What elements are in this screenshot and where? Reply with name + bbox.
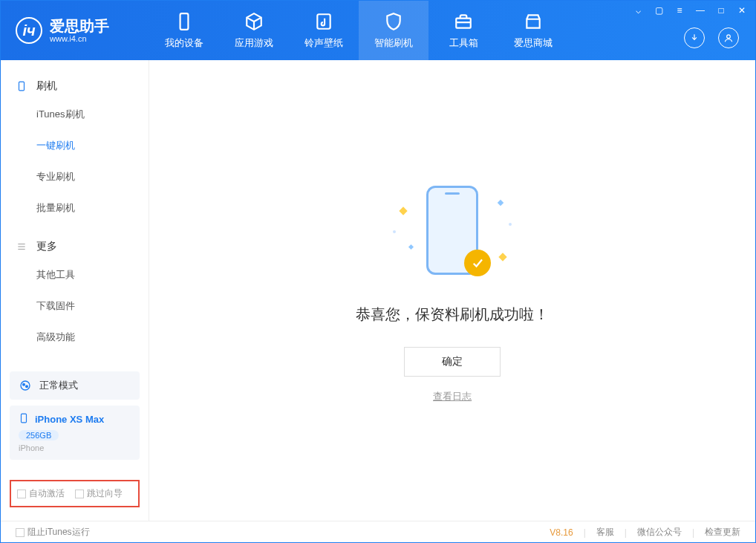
tab-label: 铃声壁纸	[304, 36, 343, 50]
svg-rect-11	[22, 414, 27, 423]
tab-flash[interactable]: 智能刷机	[359, 1, 428, 60]
device-capacity: 256GB	[19, 430, 59, 440]
device-mode-card[interactable]: 正常模式	[10, 371, 140, 400]
tab-store[interactable]: 爱思商城	[498, 1, 568, 60]
sidebar: 刷机 iTunes刷机 一键刷机 专业刷机 批量刷机 更多 其他工具 下载固件 …	[1, 60, 149, 521]
device-phone-icon	[19, 413, 29, 426]
checkbox-label: 跳过向导	[87, 487, 123, 500]
logo-icon: iч	[16, 17, 42, 44]
checkbox-icon	[75, 490, 84, 498]
checkbox-label: 阻止iTunes运行	[27, 526, 90, 539]
list-icon	[16, 241, 27, 253]
download-button[interactable]	[684, 27, 705, 48]
shield-icon	[383, 11, 404, 32]
bottom-checks-highlight: 自动激活 跳过向导	[10, 480, 140, 507]
support-link[interactable]: 客服	[596, 526, 614, 539]
sidebar-item-onekey[interactable]: 一键刷机	[1, 130, 149, 161]
tab-toolbox[interactable]: 工具箱	[428, 1, 498, 60]
user-button[interactable]	[718, 27, 739, 48]
device-type: iPhone	[19, 443, 131, 452]
group-flash[interactable]: 刷机	[1, 74, 149, 99]
tab-label: 工具箱	[449, 36, 478, 50]
minimize-button[interactable]: —	[694, 5, 706, 16]
success-illustration	[385, 178, 519, 290]
checkbox-label: 自动激活	[29, 487, 65, 500]
sidebar-item-itunes[interactable]: iTunes刷机	[1, 99, 149, 130]
music-icon	[313, 11, 334, 32]
device-name: iPhone XS Max	[35, 414, 104, 425]
checkbox-icon	[17, 490, 26, 498]
footer: 阻止iTunes运行 V8.16 | 客服 | 微信公众号 | 检查更新	[1, 521, 755, 543]
menu-icon[interactable]: ≡	[674, 5, 685, 16]
sidebar-item-batch[interactable]: 批量刷机	[1, 192, 149, 224]
svg-point-8	[21, 381, 30, 390]
svg-point-10	[26, 386, 28, 388]
group-label: 更多	[36, 240, 57, 253]
phone-icon	[16, 80, 27, 92]
svg-rect-0	[180, 13, 189, 30]
version-label: V8.16	[550, 527, 573, 538]
tab-label: 爱思商城	[514, 36, 553, 50]
group-label: 刷机	[36, 79, 57, 93]
checkbox-skip-guide[interactable]: 跳过向导	[75, 487, 123, 500]
checkbox-block-itunes[interactable]: 阻止iTunes运行	[16, 526, 90, 539]
app-subtitle: www.i4.cn	[50, 34, 109, 43]
logo[interactable]: iч 爱思助手 www.i4.cn	[1, 17, 149, 44]
svg-point-3	[727, 35, 731, 39]
feedback-icon[interactable]: ▢	[653, 5, 665, 16]
tab-label: 智能刷机	[374, 36, 413, 50]
sidebar-item-pro[interactable]: 专业刷机	[1, 161, 149, 192]
tab-ringtones[interactable]: 铃声壁纸	[289, 1, 359, 60]
header: iч 爱思助手 www.i4.cn 我的设备 应用游戏 铃声壁纸 智能刷机 工具…	[1, 1, 755, 60]
device-card[interactable]: iPhone XS Max 256GB iPhone	[10, 406, 140, 460]
ok-button[interactable]: 确定	[404, 347, 501, 377]
svg-rect-4	[19, 82, 25, 91]
wechat-link[interactable]: 微信公众号	[637, 526, 682, 539]
window-controls: ⌵ ▢ ≡ — □ ✕	[632, 5, 748, 16]
sidebar-item-othertools[interactable]: 其他工具	[1, 259, 149, 290]
svg-point-9	[23, 383, 25, 386]
sidebar-item-advanced[interactable]: 高级功能	[1, 322, 149, 353]
shirt-icon[interactable]: ⌵	[632, 5, 644, 16]
close-button[interactable]: ✕	[736, 5, 748, 16]
maximize-button[interactable]: □	[715, 5, 727, 16]
store-icon	[523, 11, 544, 32]
cube-icon	[244, 11, 264, 32]
nav-tabs: 我的设备 应用游戏 铃声壁纸 智能刷机 工具箱 爱思商城	[149, 1, 568, 60]
tab-label: 我的设备	[165, 36, 203, 50]
tab-label: 应用游戏	[235, 36, 273, 50]
check-update-link[interactable]: 检查更新	[705, 526, 740, 539]
mode-label: 正常模式	[39, 379, 78, 392]
tab-apps-games[interactable]: 应用游戏	[219, 1, 289, 60]
app-title: 爱思助手	[50, 18, 109, 34]
checkbox-auto-activate[interactable]: 自动激活	[17, 487, 65, 500]
success-badge-icon	[464, 250, 491, 276]
device-icon	[174, 11, 195, 32]
main-content: 恭喜您，保资料刷机成功啦！ 确定 查看日志	[149, 60, 755, 521]
group-more[interactable]: 更多	[1, 234, 149, 259]
success-message: 恭喜您，保资料刷机成功啦！	[356, 305, 549, 325]
checkbox-icon	[16, 528, 25, 537]
tab-my-device[interactable]: 我的设备	[149, 1, 219, 60]
header-right-icons	[684, 27, 739, 48]
mode-icon	[19, 379, 32, 392]
sidebar-item-firmware[interactable]: 下载固件	[1, 290, 149, 322]
toolbox-icon	[453, 11, 474, 32]
view-log-link[interactable]: 查看日志	[433, 390, 472, 403]
